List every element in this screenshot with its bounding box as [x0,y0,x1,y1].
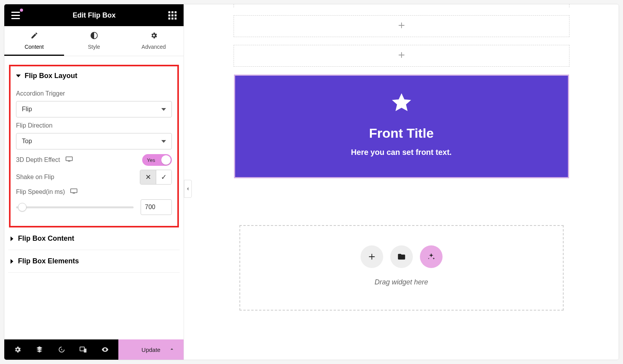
tab-content-label: Content [25,44,44,50]
chevron-up-icon [169,346,175,353]
add-section-row[interactable] [234,45,569,67]
section-edge[interactable] [234,4,569,7]
gear-icon [124,32,184,41]
tab-style[interactable]: Style [64,26,124,56]
ai-button[interactable] [420,245,443,268]
star-icon [243,91,560,116]
svg-rect-1 [66,157,72,161]
update-button[interactable]: Update [118,339,184,360]
flip-speed-slider[interactable] [16,206,134,208]
contrast-icon [64,32,124,41]
section-elements-title: Flip Box Elements [18,257,79,265]
x-icon: ✕ [145,173,151,181]
responsive-button[interactable] [72,339,94,360]
section-layout-title: Flip Box Layout [25,72,77,80]
toggle-knob [161,155,171,165]
editor-sidebar: Edit Flip Box Content Style Advanced [4,4,184,360]
accordion-trigger-value: Flip [22,106,32,113]
settings-button[interactable] [7,339,29,360]
chevron-down-icon [161,108,166,111]
tab-advanced-label: Advanced [141,44,166,50]
svg-rect-5 [80,347,85,351]
caret-right-icon [11,259,13,264]
menu-button[interactable] [11,12,20,19]
caret-right-icon [11,236,13,241]
svg-rect-3 [71,189,77,193]
flip-speed-input[interactable] [141,199,172,215]
add-widget-button[interactable] [361,245,383,268]
flip-speed-text: Flip Speed(in ms) [16,188,65,195]
drop-widget-area[interactable]: Drag widget here [239,225,564,311]
apps-button[interactable] [168,11,177,20]
editor-tabs: Content Style Advanced [4,26,184,56]
flip-direction-value: Top [22,138,32,145]
drop-text: Drag widget here [248,278,555,286]
svg-rect-2 [68,161,70,162]
shake-off-button[interactable]: ✕ [140,170,156,184]
tab-style-label: Style [88,44,100,50]
preview-button[interactable] [94,339,116,360]
svg-rect-6 [84,349,87,353]
history-button[interactable] [50,339,72,360]
add-section-row[interactable] [234,15,569,37]
plus-icon [397,21,406,31]
flip-direction-label: Flip Direction [16,122,172,129]
tab-advanced[interactable]: Advanced [124,26,184,56]
check-icon: ✓ [161,173,167,181]
highlight-box: Flip Box Layout Accordion Trigger Flip F… [9,65,179,227]
panel-body: Flip Box Layout Accordion Trigger Flip F… [4,56,184,339]
notification-dot-icon [20,9,23,12]
svg-rect-4 [73,193,75,194]
accordion-trigger-label: Accordion Trigger [16,90,172,97]
preview-canvas: Front Title Here you can set front text.… [184,4,619,360]
sidebar-header: Edit Flip Box [4,4,184,26]
flip-speed-label: Flip Speed(in ms) [16,188,172,195]
template-button[interactable] [390,245,413,268]
depth-effect-toggle[interactable]: Yes [142,154,172,166]
section-flip-box-layout[interactable]: Flip Box Layout [16,70,172,87]
accordion-trigger-select[interactable]: Flip [16,101,172,117]
navigator-button[interactable] [29,339,50,360]
section-content-title: Flip Box Content [18,234,74,243]
caret-down-icon [16,75,21,77]
depth-effect-label: 3D Depth Effect [16,156,73,163]
depth-label-text: 3D Depth Effect [16,156,60,163]
desktop-icon[interactable] [66,156,73,163]
section-flip-box-content[interactable]: Flip Box Content [8,227,180,250]
section-flip-box-elements[interactable]: Flip Box Elements [8,250,180,273]
toggle-value: Yes [147,157,155,163]
plus-icon [397,51,406,61]
tab-content[interactable]: Content [4,26,64,56]
flip-box-widget[interactable]: Front Title Here you can set front text. [234,75,569,178]
pencil-icon [4,32,64,41]
shake-on-button[interactable]: ✓ [156,170,171,184]
bottom-bar: Update [4,339,184,360]
update-label: Update [141,346,160,353]
flip-direction-select[interactable]: Top [16,133,172,149]
flipbox-title: Front Title [243,126,560,141]
panel-title: Edit Flip Box [73,11,116,20]
shake-on-flip-label: Shake on Flip [16,174,54,181]
chevron-down-icon [161,140,166,143]
desktop-icon[interactable] [70,188,77,195]
shake-on-flip-group: ✕ ✓ [140,170,172,185]
slider-handle[interactable] [18,203,27,211]
collapse-sidebar-button[interactable] [184,180,192,198]
flipbox-text: Here you can set front text. [243,148,560,157]
